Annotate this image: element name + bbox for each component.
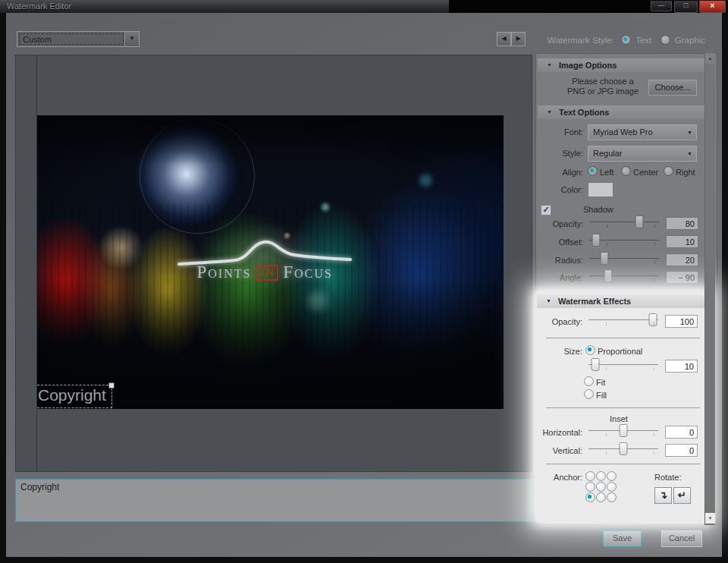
size-proportional-label: Proportional [598,347,642,356]
size-value[interactable] [665,360,698,373]
shadow-offset-value[interactable] [666,235,698,248]
effects-opacity-value[interactable] [665,315,698,328]
inset-vertical-label: Vertical: [537,446,582,455]
anchor-bottom-left-radio[interactable] [585,492,595,502]
rotate-cw-button[interactable]: ↴ [654,487,672,504]
shadow-radius-value[interactable] [666,253,698,266]
maximize-button[interactable]: □ [674,1,698,13]
effects-opacity-slider[interactable] [588,313,658,327]
style-text-radio[interactable] [621,35,631,45]
shadow-checkbox[interactable]: ✓ [541,205,551,215]
divider [546,338,700,338]
dropdown-arrow-icon: ▼ [687,130,692,135]
anchor-label: Anchor: [537,473,582,482]
shadow-offset-slider[interactable] [589,234,659,247]
shadow-label: Shadow [583,205,613,214]
slider-thumb[interactable] [635,215,644,228]
dropdown-arrow-icon[interactable]: ▼ [124,32,139,46]
size-proportional-radio[interactable] [585,345,595,355]
logo-curve-icon [177,234,352,267]
slider-thumb[interactable] [592,358,600,371]
title-bar[interactable]: Watermark Editor — □ × [0,0,728,13]
anchor-top-right-radio[interactable] [607,471,617,481]
align-right-label: Right [676,168,695,177]
shadow-offset-label: Offset: [538,237,583,247]
options-scrollbar[interactable]: ▲ ▼ [704,53,715,525]
shadow-angle-label: Angle: [538,273,583,282]
shadow-radius-label: Radius: [538,256,583,265]
size-fill-label: Fill [596,391,607,400]
watermark-effects-title: Watermark Effects [558,294,631,308]
slider-thumb[interactable] [604,269,612,282]
anchor-bottom-right-radio[interactable] [607,492,617,502]
font-value: Myriad Web Pro [593,127,653,137]
preview-panel: PointsINFocus Copyright [15,55,532,472]
shadow-radius-slider[interactable] [589,252,659,266]
rotate-ccw-button[interactable]: ↵ [673,487,691,504]
image-options-header[interactable]: ▼ Image Options [538,58,705,72]
shadow-angle-slider[interactable] [589,269,659,283]
inset-horizontal-value[interactable] [665,426,698,439]
anchor-center-radio[interactable] [596,482,606,492]
collapse-triangle-icon[interactable]: ▼ [547,58,552,72]
slider-thumb[interactable] [592,234,601,247]
align-center-radio[interactable] [621,166,631,176]
resize-handle[interactable] [108,382,115,388]
anchor-top-center-radio[interactable] [596,471,606,481]
window-title: Watermark Editor [7,2,71,11]
inset-vertical-value[interactable] [665,444,698,457]
watermark-effects-header[interactable]: ▼ Watermark Effects [537,294,708,308]
preview-image[interactable]: PointsINFocus Copyright [37,115,504,409]
inset-horizontal-slider[interactable] [588,424,658,438]
collapse-triangle-icon[interactable]: ▼ [547,105,552,119]
choose-image-button[interactable]: Choose... [648,80,697,96]
inset-vertical-slider[interactable] [588,442,658,456]
close-button[interactable]: × [699,1,726,13]
font-dropdown[interactable]: Myriad Web Pro ▼ [588,124,697,140]
anchor-mid-right-radio[interactable] [607,482,617,492]
size-fill-radio[interactable] [584,389,594,399]
slider-thumb[interactable] [601,252,609,265]
watermark-selection-box[interactable]: Copyright [37,385,112,408]
align-left-label: Left [600,168,613,177]
slider-thumb[interactable] [620,424,628,437]
prev-preset-button[interactable]: ◀ [497,32,511,46]
save-button[interactable]: Save [603,530,642,547]
shadow-opacity-slider[interactable] [589,215,659,229]
effects-opacity-label: Opacity: [537,317,582,326]
next-preset-button[interactable]: ▶ [511,32,526,46]
text-options-header[interactable]: ▼ Text Options [538,105,705,119]
image-options-title: Image Options [559,58,617,72]
style-graphic-radio[interactable] [661,35,670,45]
watermark-text-input[interactable]: Copyright [15,479,532,522]
preset-dropdown[interactable]: Custom ▼ [17,31,140,47]
shadow-opacity-value[interactable] [666,217,698,230]
scroll-up-icon[interactable]: ▲ [705,53,715,64]
slider-thumb[interactable] [648,313,657,326]
style-graphic-label: Graphic [675,36,705,45]
anchor-bottom-center-radio[interactable] [596,492,606,502]
watermark-style-selector: Watermark Style: Text Graphic [548,35,705,45]
anchor-top-left-radio[interactable] [585,471,595,481]
align-left-radio[interactable] [588,166,598,176]
rotate-label: Rotate: [654,473,681,482]
inset-horizontal-label: Horizontal: [537,428,582,437]
style-text-label: Text [635,36,651,45]
anchor-mid-left-radio[interactable] [585,482,595,492]
watermark-editor-window: Watermark Editor — □ × Custom ▼ ◀ ▶ Wate… [0,0,728,563]
shadow-angle-value[interactable] [666,271,698,284]
scroll-down-icon[interactable]: ▼ [705,513,715,524]
choose-hint-line1: Please choose a [550,77,656,86]
style-dropdown[interactable]: Regular ▼ [588,146,697,162]
slider-track [589,222,659,222]
collapse-triangle-icon[interactable]: ▼ [546,294,551,308]
style-value: Regular [593,149,623,158]
size-slider[interactable] [588,358,658,372]
size-fit-radio[interactable] [584,376,594,386]
cancel-button[interactable]: Cancel [661,530,702,547]
slider-thumb[interactable] [620,442,628,455]
align-right-radio[interactable] [664,166,673,176]
color-swatch[interactable] [588,182,613,197]
minimize-button[interactable]: — [651,1,672,11]
watermark-effects-section: ▼ Watermark Effects Opacity: Size: Propo… [535,291,710,522]
